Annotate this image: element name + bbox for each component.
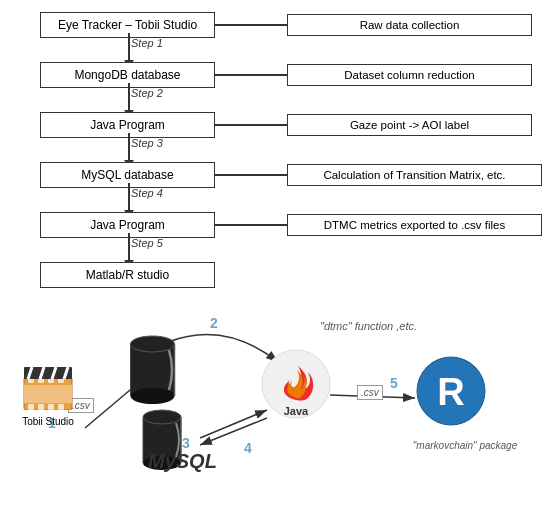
ann5-label: DTMC metrics exported to .csv files [324, 219, 505, 231]
tobii-studio-icon: Tobii Studio [22, 365, 74, 427]
mysql-label: MySQL database [81, 168, 173, 182]
h-line-3 [215, 124, 287, 126]
h-line-2 [215, 74, 287, 76]
arrow-1 [128, 33, 130, 61]
svg-point-22 [131, 388, 175, 404]
bottom-illustration: 1 2 3 4 5 .csv .csv [0, 310, 550, 520]
svg-rect-12 [48, 404, 54, 410]
ann2-label: Dataset column reduction [344, 69, 474, 81]
ann3-label: Gaze point -> AOI label [350, 119, 469, 131]
svg-rect-14 [24, 385, 72, 403]
h-line-4 [215, 174, 287, 176]
svg-line-3 [200, 418, 267, 445]
h-line-5 [215, 224, 287, 226]
svg-text:Java: Java [284, 405, 309, 417]
annotation-4: Calculation of Transition Matrix, etc. [287, 164, 542, 186]
num-label-5: 5 [390, 375, 398, 391]
ann4-label: Calculation of Transition Matrix, etc. [323, 169, 505, 181]
dtmc-quote: "dtmc" function ,etc. [320, 320, 417, 332]
arrow-2 [128, 83, 130, 111]
num-label-4: 4 [244, 440, 252, 456]
mongodb-label: MongoDB database [74, 68, 180, 82]
java1-label: Java Program [90, 118, 165, 132]
annotation-1: Raw data collection [287, 14, 532, 36]
svg-line-2 [200, 410, 267, 438]
annotation-5: DTMC metrics exported to .csv files [287, 214, 542, 236]
mysql-text: MySQL [148, 450, 217, 473]
annotation-2: Dataset column reduction [287, 64, 532, 86]
java2-label: Java Program [90, 218, 165, 232]
markovchain-quote: "markovchain" package [400, 440, 530, 451]
annotation-3: Gaze point -> AOI label [287, 114, 532, 136]
step-1: Step 1 [131, 37, 163, 49]
eye-tracker-label: Eye Tracker – Tobii Studio [58, 18, 197, 32]
svg-rect-10 [28, 404, 34, 410]
step-4: Step 4 [131, 187, 163, 199]
csv-label-2: .csv [357, 385, 383, 400]
svg-text:R: R [437, 371, 464, 413]
svg-rect-13 [58, 404, 64, 410]
num-label-2: 2 [210, 315, 218, 331]
arrow-4 [128, 183, 130, 211]
r-logo: R [415, 355, 487, 430]
step-3: Step 3 [131, 137, 163, 149]
diagram-container: Eye Tracker – Tobii Studio Step 1 MongoD… [0, 0, 550, 521]
arrow-3 [128, 133, 130, 161]
tobii-label: Tobii Studio [22, 416, 74, 427]
flow-box-matlab: Matlab/R studio [40, 262, 215, 288]
mongodb-cylinder [125, 330, 180, 413]
h-line-1 [215, 24, 287, 26]
step-5: Step 5 [131, 237, 163, 249]
step-2: Step 2 [131, 87, 163, 99]
svg-rect-11 [38, 404, 44, 410]
matlab-label: Matlab/R studio [86, 268, 169, 282]
java-logo: Java [260, 348, 332, 423]
arrow-5 [128, 233, 130, 261]
ann1-label: Raw data collection [360, 19, 460, 31]
